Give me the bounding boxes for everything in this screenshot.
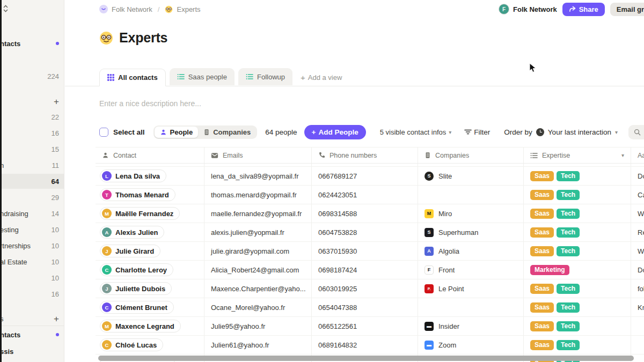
contact-chip[interactable]: J Julie Girard xyxy=(100,245,160,257)
email-cell[interactable]: alexis.julien@yopmail.fr xyxy=(204,223,312,241)
expertise-tag[interactable]: Saas xyxy=(530,302,554,313)
tab-followup[interactable]: Followup xyxy=(238,68,292,85)
table-row[interactable]: C Clément Brunet Ocane_Morel@yahoo.fr 06… xyxy=(96,298,644,317)
preview-cell[interactable]: Re xyxy=(631,223,644,241)
contact-chip[interactable]: T Thomas Menard xyxy=(100,188,175,201)
email-cell[interactable]: lena_da_silva89@yopmail.fr xyxy=(204,167,312,185)
filter-button[interactable]: Filter xyxy=(464,128,490,136)
expertise-tag[interactable]: Tech xyxy=(557,171,580,181)
sidebar-item[interactable]: rtnerships10 xyxy=(0,239,64,253)
column-header-emails[interactable]: Emails xyxy=(204,147,312,163)
contact-cell[interactable]: A Alexis Julien xyxy=(96,223,204,241)
contact-chip[interactable]: J Juliette Dubois xyxy=(100,282,172,295)
expertise-tag[interactable]: Saas xyxy=(530,171,554,181)
table-row[interactable]: M Maëlle Fernandez maelle.fernandez@yopm… xyxy=(96,204,644,223)
tab-saas-people[interactable]: Saas people xyxy=(170,68,235,85)
table-row[interactable]: J Juliette Dubois Maxence.Charpentier@ya… xyxy=(96,279,644,298)
contact-cell[interactable]: J Julie Girard xyxy=(96,242,204,260)
contact-chip[interactable]: M Maëlle Fernandez xyxy=(100,207,180,220)
phone-cell[interactable]: 0665122561 xyxy=(312,317,418,335)
expertise-cell[interactable]: SaasTech xyxy=(524,167,631,185)
email-cell[interactable]: Maxence.Charpentier@yaho... xyxy=(204,279,312,298)
expertise-tag[interactable]: Tech xyxy=(557,246,580,256)
sidebar-item[interactable]: ssis xyxy=(0,344,64,358)
email-cell[interactable]: julie.girard@yopmail.com xyxy=(204,242,312,260)
preview-cell[interactable]: Do xyxy=(631,261,644,279)
contact-cell[interactable]: T Thomas Menard xyxy=(96,186,204,204)
company-cell[interactable]: ▬ Zoom xyxy=(418,336,524,354)
expertise-tag[interactable]: Saas xyxy=(530,340,554,350)
expertise-tag[interactable]: Tech xyxy=(557,284,580,294)
account-menu[interactable]: F Folk Network xyxy=(499,4,557,14)
sidebar-item[interactable]: esting10 xyxy=(0,223,64,237)
select-all-label[interactable]: Select all xyxy=(113,128,145,136)
phone-cell[interactable]: 0637015930 xyxy=(312,242,418,260)
expertise-tag[interactable]: Tech xyxy=(557,340,580,350)
sidebar-sort-icon[interactable] xyxy=(3,4,9,13)
expertise-tag[interactable]: Tech xyxy=(557,302,580,313)
contact-chip[interactable]: C Charlotte Leroy xyxy=(100,263,173,276)
add-people-button[interactable]: + Add People xyxy=(304,125,366,139)
expertise-cell[interactable]: SaasTech xyxy=(524,186,631,204)
phone-cell[interactable]: 0654047388 xyxy=(312,298,418,316)
email-cell[interactable]: thomas.menard@yopmail.fr xyxy=(204,186,312,204)
contact-chip[interactable]: L Lena Da silva xyxy=(100,169,166,182)
company-cell[interactable]: S Slite xyxy=(418,167,524,185)
expertise-cell[interactable]: SaasTech xyxy=(524,298,631,316)
sidebar-item[interactable]: ntacts xyxy=(0,36,64,50)
sidebar-item[interactable]: 64 xyxy=(0,174,64,189)
expertise-cell[interactable]: SaasTech xyxy=(524,279,631,298)
expertise-tag[interactable]: Tech xyxy=(557,227,580,238)
preview-cell[interactable]: Ca xyxy=(631,186,644,204)
table-row[interactable]: M Maxence Legrand Julie95@yahoo.fr 06651… xyxy=(96,317,644,336)
contact-chip[interactable]: A Alexis Julien xyxy=(100,226,164,239)
breadcrumb-workspace[interactable]: Folk Network xyxy=(112,5,152,13)
preview-cell[interactable] xyxy=(631,336,644,354)
horizontal-scrollbar[interactable] xyxy=(98,356,634,361)
company-cell[interactable]: S Superhuman xyxy=(418,223,524,241)
sidebar-item[interactable]: ndraising14 xyxy=(0,206,64,220)
company-cell[interactable]: M Miro xyxy=(418,204,524,223)
expertise-cell[interactable]: Marketing xyxy=(524,261,631,279)
expertise-tag[interactable]: Saas xyxy=(530,227,554,238)
contact-cell[interactable]: C Charlotte Leroy xyxy=(96,261,204,279)
table-row[interactable]: A Alexis Julien alexis.julien@yopmail.fr… xyxy=(96,223,644,242)
plus-icon[interactable]: + xyxy=(54,97,59,106)
sidebar-item[interactable]: n11 xyxy=(0,158,64,172)
phone-cell[interactable]: 0624423051 xyxy=(312,186,418,204)
email-cell[interactable]: Ocane_Morel@yahoo.fr xyxy=(204,298,312,316)
table-row[interactable]: C Chloé Lucas Julien61@yahoo.fr 06891648… xyxy=(96,336,644,354)
phone-cell[interactable]: 0689164832 xyxy=(312,336,418,354)
sidebar-item[interactable]: ntacts xyxy=(0,328,64,342)
visible-infos-dropdown[interactable]: 5 visible contact infos ▾ xyxy=(380,128,452,136)
order-by-control[interactable]: Order by Your last interaction ▾ xyxy=(504,128,618,136)
expertise-tag[interactable]: Saas xyxy=(530,284,554,294)
preview-cell[interactable]: Kn xyxy=(631,298,644,316)
email-cell[interactable]: Julie95@yahoo.fr xyxy=(204,317,312,335)
expertise-tag[interactable]: Saas xyxy=(530,321,554,331)
expertise-tag[interactable]: Saas xyxy=(530,190,554,200)
phone-cell[interactable]: 0698187424 xyxy=(312,261,418,279)
expertise-tag[interactable]: Tech xyxy=(557,190,580,200)
sidebar-item[interactable]: 10 xyxy=(0,271,64,285)
expertise-cell[interactable]: SaasTech xyxy=(524,242,631,260)
sidebar-item[interactable]: + xyxy=(0,94,64,108)
select-all-checkbox[interactable] xyxy=(99,128,108,137)
contact-cell[interactable]: C Chloé Lucas xyxy=(96,336,204,354)
preview-cell[interactable]: Wi xyxy=(631,242,644,260)
phone-cell[interactable]: 0698314588 xyxy=(312,204,418,223)
table-row[interactable]: C Charlotte Leroy Alicia_Robert24@gmail.… xyxy=(96,261,644,279)
email-cell[interactable]: Julien61@yahoo.fr xyxy=(204,336,312,354)
expertise-tag[interactable]: Marketing xyxy=(530,265,569,275)
company-cell[interactable]: ▬ Insider xyxy=(418,317,524,335)
column-header-contact[interactable]: Contact xyxy=(96,147,204,163)
breadcrumb-page[interactable]: Experts xyxy=(177,5,200,13)
expertise-cell[interactable]: SaasTech xyxy=(524,317,631,335)
contact-cell[interactable]: M Maxence Legrand xyxy=(96,317,204,335)
sidebar-item[interactable]: 224 xyxy=(0,69,64,83)
workspace-icon[interactable] xyxy=(99,5,108,13)
preview-cell[interactable]: Wi xyxy=(631,204,644,223)
sidebar-item[interactable]: 15 xyxy=(0,142,64,156)
sidebar-item[interactable]: 29 xyxy=(0,190,64,204)
sidebar-item[interactable]: 22 xyxy=(0,110,64,124)
